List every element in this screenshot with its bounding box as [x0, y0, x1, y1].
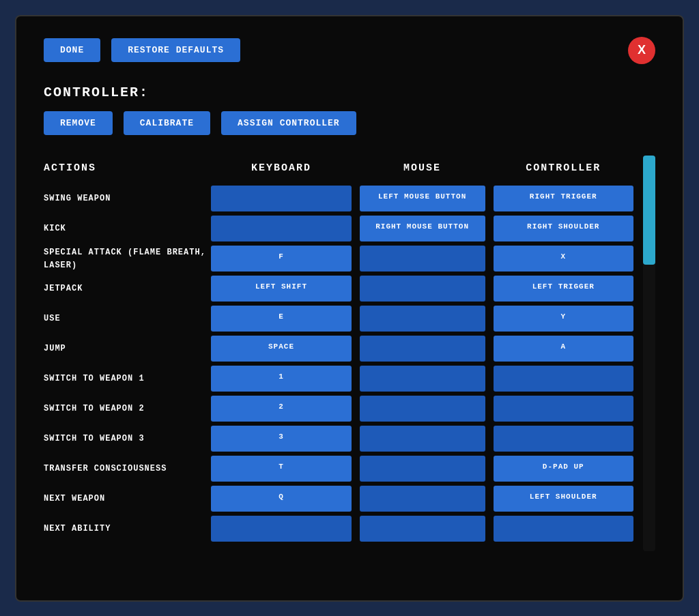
table-row: JETPACKLEFT SHIFTLEFT TRIGGER: [44, 274, 638, 304]
table-row: NEXT WEAPONQLEFT SHOULDER: [44, 484, 638, 514]
controller-bar: REMOVE CALIBRATE ASSIGN CONTROLLER: [44, 111, 655, 135]
action-label: JETPACK: [44, 284, 83, 293]
keybind-table-container: ACTIONS KEYBOARD MOUSE CONTROLLER SWING …: [44, 156, 655, 551]
mouse-binding[interactable]: [360, 306, 485, 332]
controller-section-title: Controller:: [44, 85, 655, 100]
table-row: KICKRIGHT MOUSE BUTTONRIGHT SHOULDER: [44, 214, 638, 244]
controller-binding[interactable]: A: [494, 336, 634, 362]
top-bar-left: DONE RESTORE DEFAULTS: [44, 38, 240, 62]
action-label: JUMP: [44, 344, 66, 353]
action-label: USE: [44, 314, 61, 323]
mouse-binding[interactable]: [360, 276, 485, 302]
keyboard-binding[interactable]: [211, 216, 352, 241]
remove-button[interactable]: REMOVE: [44, 111, 113, 135]
mouse-binding[interactable]: [360, 396, 485, 422]
mouse-binding[interactable]: [360, 426, 485, 452]
keyboard-binding[interactable]: SPACE: [211, 336, 352, 362]
table-row: USEEY: [44, 304, 638, 334]
table-row: SPECIAL ATTACK (FLAME BREATH, LASER)FX: [44, 244, 638, 274]
settings-modal: DONE RESTORE DEFAULTS X Controller: REMO…: [15, 15, 684, 602]
mouse-binding[interactable]: [360, 366, 485, 392]
header-keyboard: KEYBOARD: [207, 156, 356, 184]
controller-binding[interactable]: LEFT TRIGGER: [494, 276, 634, 302]
table-row: SWING WEAPONLEFT MOUSE BUTTONRIGHT TRIGG…: [44, 184, 638, 214]
header-mouse: MOUSE: [356, 156, 489, 184]
action-label: NEXT WEAPON: [44, 494, 105, 503]
controller-binding[interactable]: LEFT SHOULDER: [494, 486, 634, 512]
action-label: NEXT ABILITY: [44, 524, 111, 533]
action-label: KICK: [44, 224, 66, 233]
action-label: SPECIAL ATTACK (FLAME BREATH, LASER): [44, 248, 206, 270]
calibrate-button[interactable]: CALIBRATE: [124, 111, 210, 135]
keyboard-binding[interactable]: [211, 516, 352, 542]
table-row: TRANSFER CONSCIOUSNESSTD-PAD UP: [44, 454, 638, 484]
controller-binding[interactable]: [494, 396, 634, 422]
scrollbar-track[interactable]: [643, 156, 655, 551]
scrollable-area[interactable]: ACTIONS KEYBOARD MOUSE CONTROLLER SWING …: [44, 156, 638, 551]
header-actions: ACTIONS: [44, 156, 207, 184]
keyboard-binding[interactable]: [211, 186, 352, 211]
keyboard-binding[interactable]: F: [211, 246, 352, 272]
action-label: SWITCH TO WEAPON 3: [44, 434, 145, 443]
action-label: SWITCH TO WEAPON 1: [44, 374, 145, 383]
keyboard-binding[interactable]: 3: [211, 426, 352, 452]
controller-binding[interactable]: X: [494, 246, 634, 272]
top-bar: DONE RESTORE DEFAULTS X: [44, 37, 655, 64]
controller-binding[interactable]: [494, 366, 634, 392]
table-row: SWITCH TO WEAPON 11: [44, 364, 638, 394]
restore-defaults-button[interactable]: RESTORE DEFAULTS: [111, 38, 240, 62]
keyboard-binding[interactable]: E: [211, 306, 352, 332]
keyboard-binding[interactable]: T: [211, 456, 352, 482]
controller-binding[interactable]: [494, 516, 634, 542]
table-row: JUMPSPACEA: [44, 334, 638, 364]
scrollbar-thumb[interactable]: [643, 156, 655, 265]
done-button[interactable]: DONE: [44, 38, 100, 62]
mouse-binding[interactable]: [360, 456, 485, 482]
controller-binding[interactable]: [494, 426, 634, 452]
action-label: SWITCH TO WEAPON 2: [44, 404, 145, 413]
controller-binding[interactable]: Y: [494, 306, 634, 332]
keyboard-binding[interactable]: 1: [211, 366, 352, 392]
mouse-binding[interactable]: [360, 516, 485, 542]
action-label: SWING WEAPON: [44, 194, 111, 203]
mouse-binding[interactable]: LEFT MOUSE BUTTON: [360, 186, 485, 211]
mouse-binding[interactable]: [360, 246, 485, 272]
controller-binding[interactable]: D-PAD UP: [494, 456, 634, 482]
controller-binding[interactable]: RIGHT SHOULDER: [494, 216, 634, 241]
assign-controller-button[interactable]: ASSIGN CONTROLLER: [221, 111, 356, 135]
keyboard-binding[interactable]: Q: [211, 486, 352, 512]
keybind-table: ACTIONS KEYBOARD MOUSE CONTROLLER SWING …: [44, 156, 638, 544]
action-label: TRANSFER CONSCIOUSNESS: [44, 464, 167, 473]
mouse-binding[interactable]: [360, 336, 485, 362]
mouse-binding[interactable]: RIGHT MOUSE BUTTON: [360, 216, 485, 241]
header-controller: CONTROLLER: [489, 156, 638, 184]
table-row: NEXT ABILITY: [44, 514, 638, 544]
keyboard-binding[interactable]: LEFT SHIFT: [211, 276, 352, 302]
controller-binding[interactable]: RIGHT TRIGGER: [494, 186, 634, 211]
keyboard-binding[interactable]: 2: [211, 396, 352, 422]
close-button[interactable]: X: [628, 37, 655, 64]
table-row: SWITCH TO WEAPON 33: [44, 424, 638, 454]
mouse-binding[interactable]: [360, 486, 485, 512]
table-row: SWITCH TO WEAPON 22: [44, 394, 638, 424]
